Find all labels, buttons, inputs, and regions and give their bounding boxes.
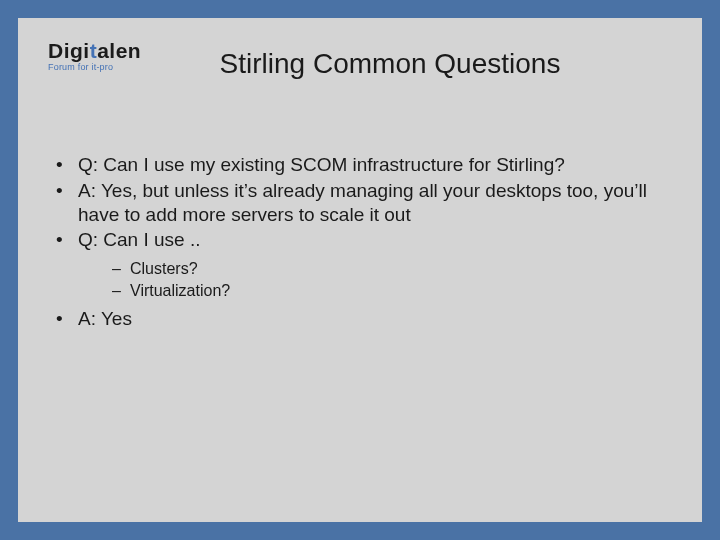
list-item: Q: Can I use my existing SCOM infrastruc… <box>46 153 674 177</box>
sub-list-item: Clusters? <box>78 258 674 280</box>
page-title: Stirling Common Questions <box>18 48 702 80</box>
list-item-text: Q: Can I use .. <box>78 229 201 250</box>
bullet-list: Q: Can I use my existing SCOM infrastruc… <box>46 153 674 331</box>
sub-list: Clusters? Virtualization? <box>78 258 674 301</box>
list-item: A: Yes, but unless it’s already managing… <box>46 179 674 227</box>
slide: Digitalen Forum for it-pro Stirling Comm… <box>18 18 702 522</box>
list-item: A: Yes <box>46 307 674 331</box>
content: Q: Can I use my existing SCOM infrastruc… <box>46 153 674 333</box>
list-item: Q: Can I use .. Clusters? Virtualization… <box>46 228 674 301</box>
sub-list-item: Virtualization? <box>78 280 674 302</box>
